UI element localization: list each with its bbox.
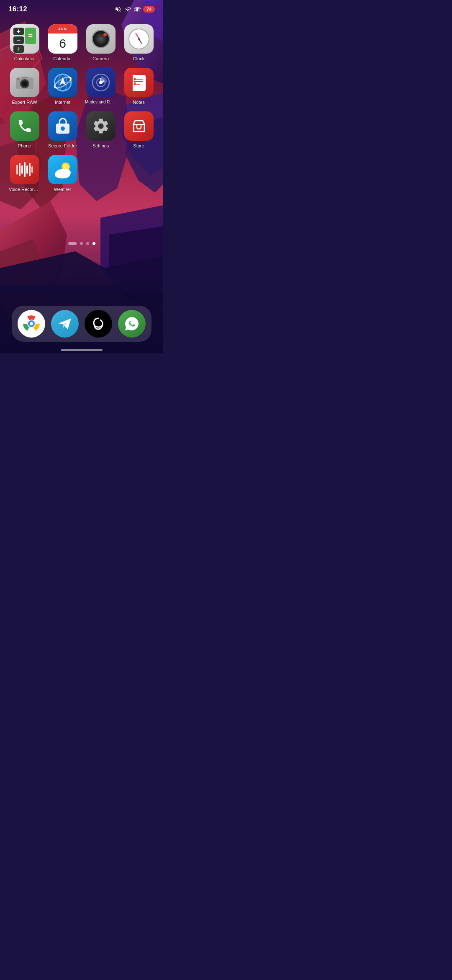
- chrome-svg: [22, 314, 41, 333]
- page-dot-home: [68, 242, 77, 245]
- securefolder-icon: [48, 111, 77, 141]
- clock-face: [128, 28, 149, 49]
- svg-rect-51: [19, 163, 21, 176]
- svg-rect-48: [62, 129, 64, 131]
- app-calendar[interactable]: JUN 6 Calendar: [46, 24, 80, 61]
- modesroutines-label: Modes and Routi...: [85, 100, 116, 104]
- dock-threads[interactable]: [85, 310, 112, 338]
- svg-rect-49: [134, 124, 144, 125]
- app-camera[interactable]: Camera: [84, 24, 118, 61]
- app-clock[interactable]: Clock: [122, 24, 156, 61]
- phone-icon: [10, 111, 39, 141]
- store-icon: [124, 111, 154, 141]
- calculator-label: Calculator: [14, 56, 35, 61]
- page-indicators: [0, 242, 163, 245]
- svg-rect-56: [31, 166, 33, 173]
- phone-svg: [17, 118, 33, 134]
- svg-rect-53: [24, 162, 26, 177]
- camera-lens: [92, 30, 110, 48]
- battery-indicator: 74: [143, 6, 155, 13]
- app-settings[interactable]: Settings: [84, 111, 118, 148]
- calendar-label: Calendar: [53, 56, 72, 61]
- svg-rect-52: [21, 165, 23, 174]
- svg-point-44: [134, 83, 136, 85]
- store-label: Store: [133, 143, 144, 148]
- modes-svg: [91, 73, 110, 92]
- empty-slot-2: [122, 155, 151, 184]
- svg-rect-19: [136, 9, 137, 11]
- expertraw-icon: [10, 68, 39, 97]
- status-bar: 16:12 74: [0, 0, 163, 16]
- svg-point-67: [30, 322, 33, 325]
- dock: [12, 306, 152, 342]
- app-grid-row3: Phone Secure Folder Settings: [0, 105, 163, 148]
- page-dot-2: [86, 242, 89, 245]
- svg-point-58: [63, 164, 69, 170]
- app-grid-row1: + = − + Calculator JUN 6 Calendar: [0, 16, 163, 61]
- voicerecorder-svg: [15, 161, 34, 178]
- svg-rect-18: [134, 10, 135, 11]
- securefolder-svg: [54, 118, 71, 134]
- app-notes[interactable]: Notes: [122, 68, 156, 105]
- whatsapp-svg: [123, 315, 140, 332]
- app-grid-row2: Expert RAW Internet: [0, 61, 163, 105]
- svg-point-42: [134, 78, 136, 80]
- app-internet[interactable]: Internet: [46, 68, 80, 105]
- empty-slot-1: [84, 155, 113, 184]
- mute-icon: [115, 6, 121, 13]
- app-phone[interactable]: Phone: [8, 111, 41, 148]
- expertraw-label: Expert RAW: [12, 100, 37, 105]
- app-grid-row4: Voice Recorder Weather: [0, 148, 163, 192]
- svg-rect-20: [137, 8, 138, 11]
- weather-svg: [52, 160, 73, 179]
- dock-whatsapp[interactable]: [118, 310, 146, 338]
- app-voicerecorder[interactable]: Voice Recorder: [8, 155, 41, 192]
- weather-label: Weather: [54, 187, 71, 192]
- telegram-svg: [57, 316, 73, 332]
- svg-point-68: [102, 322, 103, 323]
- svg-point-28: [18, 78, 19, 80]
- internet-label: Internet: [55, 100, 70, 105]
- store-svg: [130, 117, 148, 135]
- svg-point-43: [134, 81, 136, 83]
- camera-raw-svg: [15, 75, 34, 90]
- settings-label: Settings: [92, 143, 109, 148]
- svg-point-26: [23, 82, 27, 86]
- svg-point-62: [55, 172, 70, 178]
- modes-icon: [86, 68, 116, 97]
- app-expertraw[interactable]: Expert RAW: [8, 68, 41, 105]
- status-icons: 74: [115, 6, 155, 13]
- voicerecorder-icon: [10, 155, 39, 184]
- wifi-icon: [124, 6, 131, 13]
- calculator-icon: + = − +: [10, 24, 39, 54]
- securefolder-label: Secure Folder: [48, 143, 77, 148]
- settings-icon: [86, 111, 116, 141]
- svg-rect-54: [26, 165, 28, 174]
- svg-rect-55: [29, 163, 31, 176]
- app-weather[interactable]: Weather: [46, 155, 80, 192]
- app-modesroutines[interactable]: Modes and Routi...: [84, 68, 118, 105]
- internet-icon: [48, 68, 77, 97]
- internet-svg: [53, 73, 72, 92]
- app-calculator[interactable]: + = − + Calculator: [8, 24, 41, 61]
- page-dot-1: [80, 242, 83, 245]
- home-indicator: [61, 349, 103, 351]
- svg-rect-21: [139, 7, 139, 11]
- notes-svg: [130, 73, 148, 92]
- camera-dot: [103, 33, 107, 36]
- dock-telegram[interactable]: [51, 310, 79, 338]
- signal-icon: [134, 6, 141, 13]
- notes-label: Notes: [133, 100, 145, 105]
- clock-label: Clock: [133, 56, 145, 61]
- svg-rect-27: [22, 77, 28, 78]
- page-dot-3-active: [92, 242, 95, 245]
- status-time: 16:12: [8, 5, 27, 13]
- calendar-icon: JUN 6: [48, 24, 77, 54]
- app-store[interactable]: Store: [122, 111, 156, 148]
- clock-icon: [124, 24, 154, 54]
- camera-icon: [86, 24, 116, 54]
- svg-rect-37: [132, 75, 146, 91]
- app-securefolder[interactable]: Secure Folder: [46, 111, 80, 148]
- camera-label: Camera: [92, 56, 109, 61]
- dock-chrome[interactable]: [18, 310, 45, 338]
